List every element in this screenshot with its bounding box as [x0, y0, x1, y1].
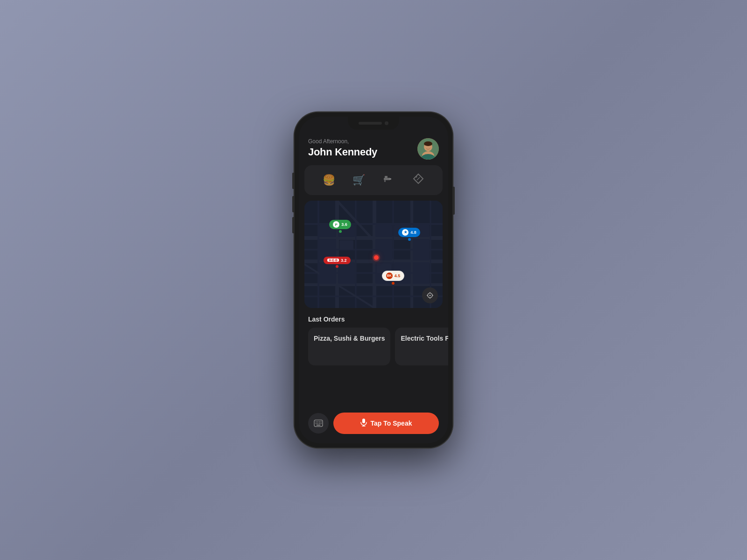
notch-camera	[385, 121, 388, 125]
header: Good Afternoon, John Kennedy	[299, 131, 448, 165]
svg-rect-5	[384, 178, 390, 180]
order-card-2[interactable]: Electric Tools For Home	[395, 328, 448, 365]
svg-line-10	[417, 177, 420, 180]
avatar-image	[417, 138, 439, 160]
tap-to-speak-button[interactable]: Tap To Speak	[333, 413, 439, 434]
svg-rect-53	[321, 421, 322, 422]
svg-point-4	[424, 141, 432, 146]
orders-scroll: Pizza, Sushi & Burgers Electric Tools Fo…	[299, 328, 448, 365]
categories-bar: 🍔 🛒	[304, 165, 443, 195]
svg-rect-52	[319, 421, 320, 422]
category-food[interactable]: 🍔	[318, 170, 339, 190]
phone-outer: Good Afternoon, John Kennedy	[294, 112, 453, 448]
category-tools[interactable]	[378, 170, 399, 190]
order-card-text-2: Electric Tools For Home	[401, 334, 448, 343]
keyboard-button[interactable]	[308, 413, 329, 434]
svg-rect-6	[389, 178, 391, 180]
svg-rect-41	[339, 240, 353, 250]
greeting-text: Good Afternoon,	[308, 138, 377, 145]
svg-rect-7	[385, 176, 388, 178]
svg-rect-30	[375, 225, 392, 237]
svg-rect-39	[413, 262, 430, 284]
svg-rect-56	[319, 423, 320, 424]
walmart-pin[interactable]: ★ 4.8	[398, 228, 420, 241]
svg-rect-54	[316, 423, 317, 424]
phone-screen: Good Afternoon, John Kennedy	[299, 117, 448, 443]
svg-rect-57	[321, 423, 322, 424]
notch-speaker	[359, 122, 382, 125]
user-location-dot	[374, 255, 379, 260]
section-title: Last Orders	[299, 314, 448, 328]
burgerking-pin[interactable]: BK 4.5	[382, 271, 405, 285]
heb-pin[interactable]: H·E·B 3.2	[324, 257, 350, 268]
svg-rect-50	[316, 421, 317, 422]
notch	[348, 117, 399, 130]
user-name: John Kennedy	[308, 146, 377, 158]
svg-point-9	[416, 176, 417, 178]
svg-rect-58	[317, 425, 321, 426]
order-card-1[interactable]: Pizza, Sushi & Burgers	[308, 328, 390, 365]
bottom-bar: Tap To Speak	[299, 406, 448, 443]
category-deals[interactable]	[408, 170, 429, 190]
mic-icon	[360, 418, 367, 428]
svg-point-44	[430, 295, 431, 296]
svg-rect-8	[384, 180, 386, 182]
order-card-text-1: Pizza, Sushi & Burgers	[314, 334, 385, 343]
location-button[interactable]	[422, 287, 438, 303]
svg-rect-38	[413, 239, 430, 260]
speak-label: Tap To Speak	[371, 420, 412, 427]
svg-rect-51	[317, 421, 318, 422]
svg-rect-55	[317, 423, 318, 424]
publix-pin[interactable]: P 3.6	[329, 220, 351, 233]
avatar[interactable]	[417, 138, 439, 160]
svg-rect-59	[362, 419, 365, 423]
map-svg	[304, 201, 443, 308]
map-container[interactable]: P 3.6 ★ 4.8 H·E·B	[304, 201, 443, 308]
greeting-section: Good Afternoon, John Kennedy	[308, 138, 377, 158]
category-grocery[interactable]: 🛒	[348, 170, 369, 190]
